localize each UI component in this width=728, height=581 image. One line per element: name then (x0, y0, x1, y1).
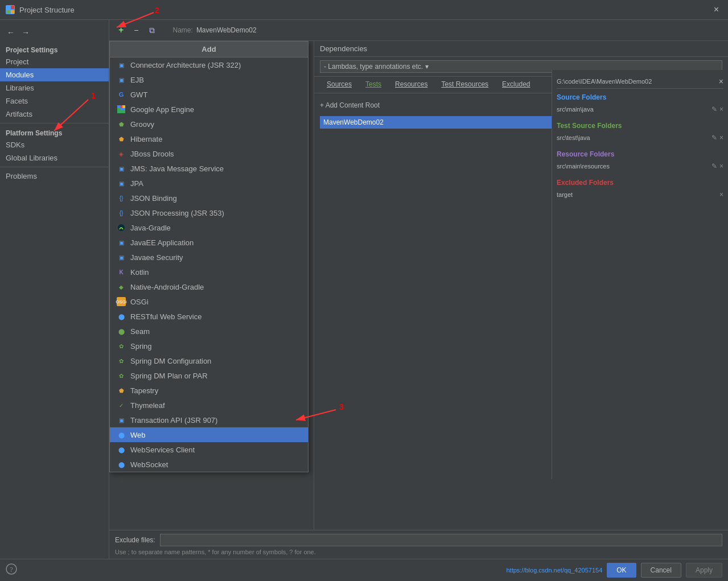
svg-text:?: ? (10, 565, 13, 574)
dropdown-item-jms[interactable]: ▣ JMS: Java Message Service (110, 161, 308, 176)
javaee-app-label: JavaEE Application (130, 238, 194, 247)
json-binding-label: JSON Binding (130, 194, 177, 203)
tab-tests[interactable]: Tests (359, 77, 388, 93)
facets-label: Facets (6, 97, 28, 105)
web-icon: ⬤ (117, 430, 126, 439)
tab-test-resources[interactable]: Test Resources (434, 77, 495, 93)
toolbar: + − ⧉ Name: MavenWebDemo02 (109, 20, 728, 41)
dropdown-item-osgi[interactable]: OSGi OSGi (110, 294, 308, 309)
dropdown-item-thymeleaf[interactable]: ✓ Thymeleaf (110, 398, 308, 413)
dropdown-item-spring-dm-config[interactable]: ✿ Spring DM Configuration (110, 353, 308, 368)
dropdown-item-jpa[interactable]: ▣ JPA (110, 176, 308, 191)
dropdown-item-javaee-security[interactable]: ▣ Javaee Security (110, 250, 308, 265)
resource-edit-btn[interactable]: ✎ (711, 162, 717, 170)
gwt-label: GWT (130, 90, 147, 99)
jms-icon: ▣ (117, 164, 126, 173)
remove-button[interactable]: − (130, 24, 142, 36)
sidebar-item-project[interactable]: Project (0, 55, 109, 68)
nav-back-button[interactable]: ← (5, 27, 17, 38)
dropdown-item-transaction[interactable]: ▣ Transaction API (JSR 907) (110, 413, 308, 427)
sidebar-item-sdks[interactable]: SDKs (0, 138, 109, 151)
restful-icon: ⬤ (117, 312, 126, 321)
copy-button[interactable]: ⧉ (146, 24, 158, 37)
sidebar-item-problems[interactable]: Problems (0, 170, 109, 183)
dropdown-item-hibernate[interactable]: ⬟ Hibernate (110, 131, 308, 146)
transaction-label: Transaction API (JSR 907) (130, 416, 217, 425)
dropdown-item-java-gradle[interactable]: Java-Gradle (110, 220, 308, 235)
dropdown-item-json-binding[interactable]: {} JSON Binding (110, 191, 308, 205)
dropdown-item-gae[interactable]: Google App Engine (110, 102, 308, 117)
module-name-value: MavenWebDemo02 (196, 26, 257, 34)
dropdown-item-ejb[interactable]: ▣ EJB (110, 72, 308, 87)
dropdown-item-web[interactable]: ⬤ Web (110, 427, 308, 442)
excluded-folder-actions: × (719, 191, 723, 199)
osgi-label: OSGi (130, 298, 149, 306)
dropdown-item-json-processing[interactable]: {} JSON Processing (JSR 353) (110, 205, 308, 220)
spring-dm-config-label: Spring DM Configuration (130, 357, 211, 365)
resource-remove-btn[interactable]: × (719, 162, 723, 170)
excluded-remove-btn[interactable]: × (719, 191, 723, 199)
sidebar-item-artifacts[interactable]: Artifacts (0, 108, 109, 121)
sidebar-item-facets[interactable]: Facets (0, 94, 109, 108)
source-edit-btn[interactable]: ✎ (711, 105, 717, 113)
dropdown-item-groovy[interactable]: ⬟ Groovy (110, 117, 308, 131)
dropdown-item-spring[interactable]: ✿ Spring (110, 339, 308, 353)
exclude-input[interactable] (160, 534, 722, 546)
test-edit-btn[interactable]: ✎ (711, 134, 717, 142)
project-label: Project (6, 57, 28, 66)
sidebar-item-libraries[interactable]: Libraries (0, 81, 109, 94)
dropdown-item-spring-dm-plan[interactable]: ✿ Spring DM Plan or PAR (110, 368, 308, 383)
websocket-label: WebSocket (130, 460, 168, 469)
add-button[interactable]: + (115, 23, 127, 37)
bottom-area: Exclude files: Use ; to separate name pa… (109, 530, 728, 559)
gwt-icon: G (117, 90, 126, 99)
help-link[interactable]: https://blog.csdn.net/qq_42057154 (506, 567, 602, 574)
jms-label: JMS: Java Message Service (130, 164, 224, 173)
dropdown-item-gwt[interactable]: G GWT (110, 87, 308, 102)
help-icon-btn[interactable]: ? (6, 563, 17, 576)
footer: https://blog.csdn.net/qq_42057154 OK Can… (0, 559, 728, 581)
spring-dm-config-icon: ✿ (117, 356, 126, 365)
global-libraries-label: Global Libraries (6, 154, 57, 162)
dropdown-item-seam[interactable]: ⬤ Seam (110, 324, 308, 339)
right-panel-header: Dependencies (314, 41, 728, 57)
source-remove-btn[interactable]: × (719, 105, 723, 113)
folder-panel-close-btn[interactable]: × (719, 77, 723, 86)
test-remove-btn[interactable]: × (719, 134, 723, 142)
close-button[interactable]: × (710, 3, 722, 16)
dropdown-item-javaee-app[interactable]: ▣ JavaEE Application (110, 235, 308, 250)
dropdown-item-restful[interactable]: ⬤ RESTful Web Service (110, 309, 308, 324)
dropdown-item-connector[interactable]: ▣ Connector Architecture (JSR 322) (110, 57, 308, 72)
dropdown-item-tapestry[interactable]: ⬟ Tapestry (110, 383, 308, 398)
cancel-button[interactable]: Cancel (641, 563, 681, 578)
gae-icon (117, 105, 126, 114)
left-panel: Add ▣ Connector Architecture (JSR 322) ▣… (109, 41, 314, 530)
source-folder-entry: src\main\java ✎ × (557, 104, 723, 115)
dropdown-item-webservices[interactable]: ⬤ WebServices Client (110, 442, 308, 457)
jpa-label: JPA (130, 179, 143, 188)
tab-sources[interactable]: Sources (320, 77, 359, 93)
tab-excluded[interactable]: Excluded (495, 77, 537, 93)
sidebar-item-global-libraries[interactable]: Global Libraries (0, 151, 109, 164)
spring-dm-plan-label: Spring DM Plan or PAR (130, 372, 208, 380)
dropdown-item-kotlin[interactable]: K Kotlin (110, 265, 308, 279)
hibernate-icon: ⬟ (117, 134, 126, 143)
nav-forward-button[interactable]: → (19, 27, 32, 38)
project-settings-label: Project Settings (0, 43, 109, 55)
svg-rect-9 (120, 105, 122, 108)
exclude-hint: Use ; to separate name patterns, * for a… (115, 549, 722, 555)
folder-panel-path: G:\code\IDEA\MavenWebDemo02 (557, 78, 652, 85)
sidebar-item-modules[interactable]: Modules (0, 68, 109, 81)
folder-panel: G:\code\IDEA\MavenWebDemo02 × Source Fol… (552, 70, 728, 479)
title-bar: Project Structure × (0, 0, 728, 20)
dropdown-item-websocket[interactable]: ⬤ WebSocket (110, 457, 308, 472)
test-folder-entry: src\test\java ✎ × (557, 132, 723, 143)
ok-button[interactable]: OK (607, 563, 636, 578)
dropdown-item-android[interactable]: ◆ Native-Android-Gradle (110, 279, 308, 294)
apply-button[interactable]: Apply (686, 563, 722, 578)
dropdown-item-jboss[interactable]: ◈ JBoss Drools (110, 146, 308, 161)
tab-resources[interactable]: Resources (388, 77, 434, 93)
lang-dropdown-value: - Lambdas, type annotations etc. (324, 63, 423, 71)
resource-folder-path: src\main\resources (557, 163, 610, 170)
dependencies-title: Dependencies (320, 44, 367, 53)
